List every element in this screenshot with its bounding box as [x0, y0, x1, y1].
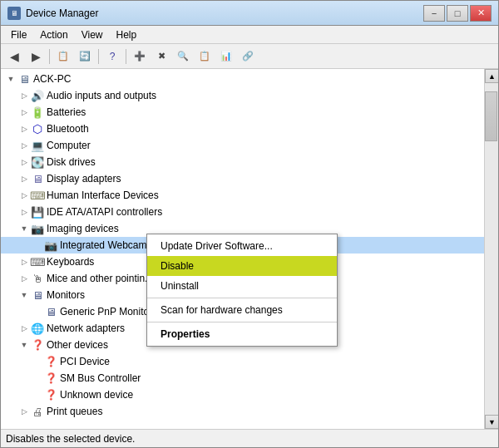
tree-item-print[interactable]: ▷ 🖨 Print queues: [1, 403, 484, 420]
batteries-expand-icon: ▷: [17, 106, 31, 119]
tree-item-smbus[interactable]: ❓ SM Bus Controller: [1, 370, 484, 386]
add-hardware-button[interactable]: ➕: [130, 47, 150, 66]
tree-item-unknown[interactable]: ❓ Unknown device: [1, 386, 484, 403]
computer-label: Computer: [47, 140, 91, 151]
toolbar: ◀ ▶ 📋 🔄 ? ➕ ✖ 🔍 📋 📊 🔗: [1, 44, 498, 69]
audio-label: Audio inputs and outputs: [47, 90, 156, 101]
status-bar: Disables the selected device.: [1, 429, 498, 447]
hid-icon: ⌨: [31, 189, 44, 202]
computer-expand-icon: ▷: [17, 139, 31, 152]
ide-expand-icon: ▷: [17, 205, 31, 219]
status-text: Disables the selected device.: [6, 433, 135, 445]
print-icon: 🖨: [31, 405, 44, 418]
hid-label: Human Interface Devices: [47, 190, 159, 201]
ctx-disable[interactable]: Disable: [147, 256, 337, 276]
tree-item-audio[interactable]: ▷ 🔊 Audio inputs and outputs: [1, 87, 484, 104]
genericpnp-expand-icon: [31, 305, 44, 318]
toolbar-sep-2: [98, 49, 99, 64]
ctx-properties[interactable]: Properties: [147, 324, 337, 344]
mice-expand-icon: ▷: [17, 272, 31, 285]
ctx-uninstall[interactable]: Uninstall: [147, 276, 337, 296]
tree-item-batteries[interactable]: ▷ 🔋 Batteries: [1, 104, 484, 121]
audio-expand-icon: ▷: [17, 89, 31, 102]
computer-icon2: 💻: [31, 139, 44, 152]
network-expand-icon: ▷: [17, 322, 31, 335]
keyboard-icon: ⌨: [31, 255, 44, 268]
tree-item-hid[interactable]: ▷ ⌨ Human Interface Devices: [1, 187, 484, 204]
computer-icon: 🖥: [17, 72, 31, 86]
help-button[interactable]: ?: [102, 47, 122, 66]
tree-root[interactable]: ▼ 🖥 ACK-PC: [1, 71, 484, 87]
genericpnp-icon: 🖥: [44, 305, 57, 318]
menu-action[interactable]: Action: [33, 27, 74, 42]
smbus-label: SM Bus Controller: [60, 372, 141, 384]
monitors-icon: 🖥: [31, 288, 44, 302]
root-label: ACK-PC: [33, 73, 71, 85]
bluetooth-label: Bluetooth: [47, 123, 89, 135]
pci-icon: ❓: [44, 355, 57, 368]
disk-label: Disk drives: [47, 156, 96, 168]
window-icon: 🖥: [7, 7, 21, 20]
ctx-update-driver[interactable]: Update Driver Software...: [147, 236, 337, 256]
audio-icon: 🔊: [31, 89, 44, 102]
monitors-label: Monitors: [47, 289, 85, 301]
disk-icon: 💽: [31, 155, 44, 169]
scan-button[interactable]: 🔍: [173, 47, 193, 66]
menu-bar: File Action View Help: [1, 26, 498, 44]
view-resources-button[interactable]: 📊: [216, 47, 236, 66]
menu-file[interactable]: File: [4, 27, 33, 42]
scroll-up-button[interactable]: ▲: [485, 69, 498, 83]
root-expand-icon: ▼: [4, 72, 17, 86]
close-button[interactable]: ✕: [470, 5, 492, 22]
title-bar-left: 🖥 Device Manager: [7, 7, 98, 20]
context-menu: Update Driver Software... Disable Uninst…: [146, 234, 338, 347]
ide-label: IDE ATA/ATAPI controllers: [47, 206, 162, 218]
batteries-label: Batteries: [47, 106, 86, 118]
tree-item-display[interactable]: ▷ 🖥 Display adapters: [1, 170, 484, 187]
view-devices-button[interactable]: 📋: [195, 47, 215, 66]
tree-item-ide[interactable]: ▷ 💾 IDE ATA/ATAPI controllers: [1, 204, 484, 220]
ctx-sep-1: [147, 298, 337, 298]
scroll-track[interactable]: [485, 83, 498, 415]
minimize-button[interactable]: −: [423, 5, 445, 22]
network-icon: 🌐: [31, 322, 44, 335]
battery-icon: 🔋: [31, 106, 44, 119]
unknown-label: Unknown device: [60, 389, 133, 401]
display-expand-icon: ▷: [17, 172, 31, 185]
scroll-thumb[interactable]: [485, 91, 497, 141]
webcam-label: Integrated Webcam: [60, 239, 147, 251]
update-driver-button[interactable]: 🔄: [75, 47, 95, 66]
ctx-scan[interactable]: Scan for hardware changes: [147, 300, 337, 320]
print-label: Print queues: [47, 406, 102, 417]
tree-item-disk[interactable]: ▷ 💽 Disk drives: [1, 154, 484, 170]
forward-button[interactable]: ▶: [26, 47, 46, 66]
display-label: Display adapters: [47, 173, 121, 185]
title-bar: 🖥 Device Manager − □ ✕: [1, 1, 498, 26]
view-connections-button[interactable]: 🔗: [238, 47, 258, 66]
display-icon: 🖥: [31, 172, 44, 185]
tree-item-pci[interactable]: ❓ PCI Device: [1, 353, 484, 370]
imaging-label: Imaging devices: [47, 223, 119, 234]
maximize-button[interactable]: □: [447, 5, 468, 22]
menu-view[interactable]: View: [75, 27, 110, 42]
bluetooth-icon: ⬡: [31, 122, 44, 135]
tree-item-computer[interactable]: ▷ 💻 Computer: [1, 137, 484, 154]
mice-icon: 🖱: [31, 272, 44, 285]
properties-button[interactable]: 📋: [53, 47, 73, 66]
ctx-sep-2: [147, 322, 337, 322]
other-icon: ❓: [31, 338, 44, 352]
menu-help[interactable]: Help: [110, 27, 144, 42]
title-bar-controls: − □ ✕: [423, 5, 492, 22]
network-label: Network adapters: [47, 322, 125, 334]
smbus-icon: ❓: [44, 372, 57, 385]
unknown-expand-icon: [31, 388, 44, 401]
imaging-expand-icon: ▼: [17, 222, 31, 235]
uninstall-button[interactable]: ✖: [151, 47, 171, 66]
bluetooth-expand-icon: ▷: [17, 122, 31, 135]
unknown-icon: ❓: [44, 388, 57, 401]
genericpnp-label: Generic PnP Monito...: [60, 306, 157, 318]
scroll-down-button[interactable]: ▼: [485, 415, 498, 429]
tree-item-bluetooth[interactable]: ▷ ⬡ Bluetooth: [1, 121, 484, 137]
back-button[interactable]: ◀: [4, 47, 24, 66]
main-area: ▼ 🖥 ACK-PC ▷ 🔊 Audio inputs and outputs …: [1, 69, 498, 429]
